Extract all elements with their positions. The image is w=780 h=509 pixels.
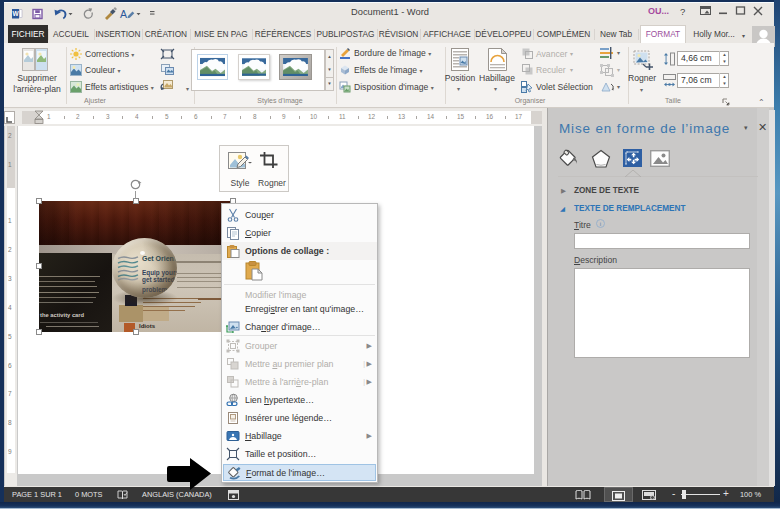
svg-text:A: A: [120, 8, 127, 20]
svg-text:W: W: [13, 10, 20, 17]
